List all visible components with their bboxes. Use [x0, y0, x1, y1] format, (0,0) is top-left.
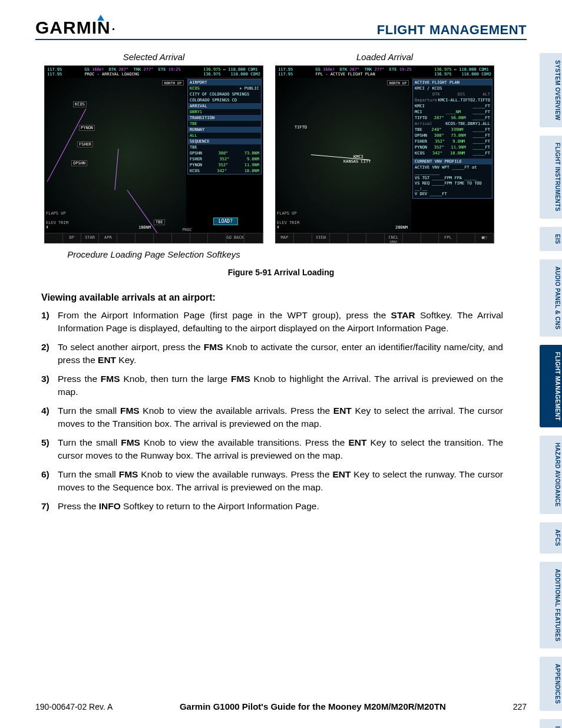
softkey — [172, 233, 190, 243]
topbar-left: 117.95117.95 GS 166KT DTK 287° TRK 277° … — [45, 66, 263, 78]
step: 7)Press the INFO Softkey to return to th… — [41, 500, 503, 513]
screen-loaded-arrival: 117.95117.95 GS 166KT DTK 287° TRK 277° … — [275, 65, 494, 243]
flaps-indicator-left: FLAPS UPELEV TRIM▮ — [46, 212, 68, 230]
step: 2)To select another airport, press the F… — [41, 341, 503, 367]
tab-appendices[interactable]: APPENDICES — [540, 657, 562, 711]
step: 4)Turn the small FMS Knob to view the av… — [41, 404, 503, 430]
softkeys-right: MAPVIEWCNCL VNVFPL■□ — [276, 233, 494, 243]
softkey[interactable]: FPL — [439, 233, 457, 243]
figure-left: Selected Arrival 117.95117.95 GS 166KT D… — [44, 52, 263, 259]
softkey-caption: Procedure Loading Page Selection Softkey… — [67, 249, 240, 259]
softkey — [457, 233, 475, 243]
softkey — [135, 233, 154, 243]
tab-afcs[interactable]: AFCS — [540, 522, 562, 553]
softkeys-left: DPSTARAPRGO BACK — [45, 233, 263, 243]
load-button[interactable]: LOAD? — [213, 218, 238, 225]
softkey — [244, 233, 263, 243]
step: 1)From the Airport Information Page (fir… — [41, 309, 503, 335]
sequence-rows: TBEOPSHN308°73.0NMFSHER352°9.8NMPYNON352… — [188, 144, 261, 174]
footer-docnum: 190-00647-02 Rev. A — [35, 702, 113, 711]
north-up-label: NORTH UP — [162, 80, 184, 85]
logo-triangle-icon — [97, 15, 104, 21]
softkey[interactable]: STAR — [81, 233, 100, 243]
softkey — [190, 233, 209, 243]
tab-system-overview[interactable]: SYSTEM OVERVIEW — [540, 53, 562, 127]
softkey[interactable]: CNCL VNV — [385, 233, 403, 243]
screen-selected-arrival: 117.95117.95 GS 166KT DTK 287° TRK 277° … — [44, 65, 263, 243]
step: 6)Turn the small FMS Knob to view the av… — [41, 468, 503, 494]
page-footer: 190-00647-02 Rev. A Garmin G1000 Pilot's… — [35, 701, 527, 711]
softkey — [366, 233, 385, 243]
softkey[interactable]: APR — [99, 233, 117, 243]
tab-index[interactable]: INDEX — [540, 719, 562, 728]
side-tabs: SYSTEM OVERVIEWFLIGHT INSTRUMENTSEISAUDI… — [540, 53, 562, 728]
step: 3)Press the FMS Knob, then turn the larg… — [41, 373, 503, 398]
flaps-indicator-right: FLAPS UPELEV TRIM▮ — [277, 212, 299, 230]
procedure-steps: 1)From the Airport Information Page (fir… — [41, 309, 503, 513]
softkey[interactable]: ■□ — [475, 233, 494, 243]
tab-audio-panel-cns[interactable]: AUDIO PANEL & CNS — [540, 259, 562, 337]
softkey — [117, 233, 135, 243]
figure-right-label: Loaded Arrival — [356, 52, 413, 62]
softkey[interactable]: DP — [63, 233, 81, 243]
garmin-logo: GARMIN. — [35, 18, 121, 38]
softkey — [421, 233, 439, 243]
procedure-heading: Viewing available arrivals at an airport… — [41, 292, 503, 303]
figure-caption: Figure 5-91 Arrival Loading — [35, 268, 527, 277]
step: 5)Turn the small FMS Knob to view the av… — [41, 436, 503, 462]
info-panel-left: AIRPORT KCOS✈ PUBLIC CITY OF COLORADO SP… — [187, 79, 262, 174]
softkey — [45, 233, 63, 243]
tab-flight-management[interactable]: FLIGHT MANAGEMENT — [540, 345, 562, 428]
softkey — [403, 233, 421, 243]
softkey[interactable]: MAP — [276, 233, 294, 243]
tab-eis[interactable]: EIS — [540, 227, 562, 251]
tab-additional-features[interactable]: ADDITIONAL FEATURES — [540, 562, 562, 648]
section-title: FLIGHT MANAGEMENT — [377, 22, 527, 38]
softkey — [348, 233, 366, 243]
figure-right: Loaded Arrival 117.95117.95 GS 166KT DTK… — [275, 52, 494, 259]
info-panel-right: ACTIVE FLIGHT PLAN KMCI / KCOS DTKDISALT… — [412, 79, 492, 199]
north-up-label-r: NORTH UP — [387, 80, 409, 85]
topbar-right: 117.95117.95 GS 166KT DTK 287° TRK 277° … — [276, 66, 494, 78]
softkey[interactable]: GO BACK — [226, 233, 244, 243]
map-left: KCOS PYNON FSHER OPSHN TBE 100NM — [45, 78, 186, 232]
map-right: TIFTO KMCI KANSAS CITY 200NM — [276, 78, 411, 232]
tab-hazard-avoidance[interactable]: HAZARD AVOIDANCE — [540, 436, 562, 514]
footer-pagenum: 227 — [513, 702, 527, 711]
footer-title: Garmin G1000 Pilot's Guide for the Moone… — [180, 701, 446, 711]
softkey — [154, 233, 172, 243]
figures-row: Selected Arrival 117.95117.95 GS 166KT D… — [35, 52, 503, 259]
softkey — [208, 233, 226, 243]
softkey — [294, 233, 312, 243]
tab-flight-instruments[interactable]: FLIGHT INSTRUMENTS — [540, 136, 562, 219]
figure-left-label: Selected Arrival — [123, 52, 185, 62]
softkey[interactable]: VIEW — [312, 233, 330, 243]
page: GARMIN. FLIGHT MANAGEMENT SYSTEM OVERVIE… — [0, 0, 562, 728]
page-header: GARMIN. FLIGHT MANAGEMENT — [35, 18, 527, 40]
softkey — [330, 233, 348, 243]
